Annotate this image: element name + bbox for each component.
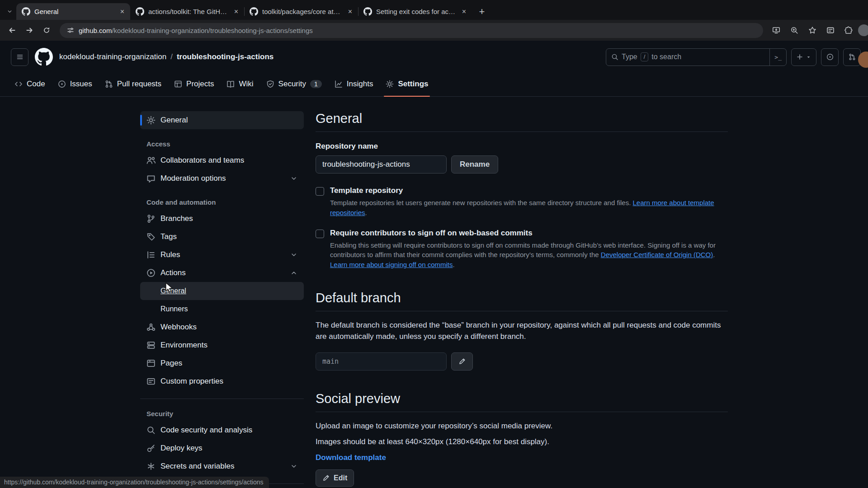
tab-wiki[interactable]: Wiki xyxy=(220,71,259,96)
side-panel-icon[interactable] xyxy=(823,23,838,38)
issues-header-button[interactable] xyxy=(821,48,839,66)
tab-search-chevron-icon[interactable] xyxy=(3,3,16,20)
sidebar-item-tags[interactable]: Tags xyxy=(140,228,304,246)
tab-title: actions/toolkit: The GitHub Tool xyxy=(148,8,228,15)
header-actions: Type / to search >_ xyxy=(606,48,861,66)
tab-close-icon[interactable]: × xyxy=(118,7,127,16)
graph-icon xyxy=(335,80,343,88)
zoom-icon[interactable] xyxy=(787,23,802,38)
rename-button[interactable]: Rename xyxy=(451,155,498,174)
tab-title: toolkit/packages/core at main xyxy=(262,8,342,15)
tab-pull-requests[interactable]: Pull requests xyxy=(99,71,168,96)
chevron-up-icon xyxy=(290,269,297,277)
note-icon xyxy=(146,377,156,386)
sidebar-item-custom-properties[interactable]: Custom properties xyxy=(140,372,304,390)
repository-name-row: Rename xyxy=(316,155,728,174)
url-host: github.com xyxy=(79,27,112,34)
repository-name-input[interactable] xyxy=(316,155,447,174)
sidebar-item-pages[interactable]: Pages xyxy=(140,354,304,372)
browser-tab-toolkit-core[interactable]: toolkit/packages/core at main × xyxy=(244,3,358,20)
sidebar-item-webhooks[interactable]: Webhooks xyxy=(140,318,304,336)
sidebar-subitem-actions-general[interactable]: General xyxy=(140,282,304,300)
github-logo-icon[interactable] xyxy=(35,48,53,66)
breadcrumb-org-link[interactable]: kodekloud-training-organization xyxy=(59,52,166,61)
edit-social-preview-button[interactable]: Edit xyxy=(316,469,354,487)
command-palette-icon[interactable]: >_ xyxy=(769,49,786,66)
reload-button[interactable] xyxy=(39,23,54,38)
sidebar-item-deploy-keys[interactable]: Deploy keys xyxy=(140,439,304,457)
sidebar-item-moderation-options[interactable]: Moderation options xyxy=(140,169,304,188)
key-icon xyxy=(146,444,156,453)
github-header: kodekloud-training-organization / troubl… xyxy=(0,41,868,71)
template-repository-text: Template repository Template repositorie… xyxy=(330,186,728,218)
browser-window-icon xyxy=(146,359,156,368)
search-placeholder-suffix: to search xyxy=(651,53,681,61)
sidebar-item-general[interactable]: General xyxy=(140,111,304,129)
sidebar-item-actions[interactable]: Actions xyxy=(140,264,304,282)
signoff-learn-more-link[interactable]: Learn more about signing off on commits xyxy=(330,261,453,268)
extensions-puzzle-icon[interactable] xyxy=(841,23,856,38)
sidebar-item-secrets-variables[interactable]: Secrets and variables xyxy=(140,457,304,475)
url-path: /kodekloud-training-organization/trouble… xyxy=(112,27,312,34)
people-icon xyxy=(146,156,156,165)
sidebar-item-code-security[interactable]: Code security and analysis xyxy=(140,421,304,439)
signoff-note: Enabling this setting will require contr… xyxy=(330,240,728,270)
tab-issues[interactable]: Issues xyxy=(52,71,99,96)
browser-tab-exit-codes[interactable]: Setting exit codes for actions - × xyxy=(358,3,472,20)
default-branch-input[interactable] xyxy=(316,352,447,371)
tab-security[interactable]: Security1 xyxy=(260,71,328,96)
tab-close-icon[interactable]: × xyxy=(232,7,241,16)
sidebar-item-collaborators[interactable]: Collaborators and teams xyxy=(140,151,304,169)
chevron-down-icon xyxy=(290,463,297,470)
browser-tab-actions-toolkit[interactable]: actions/toolkit: The GitHub Tool × xyxy=(130,3,244,20)
create-new-button[interactable] xyxy=(791,48,816,66)
sidebar-subitem-actions-runners[interactable]: Runners xyxy=(140,300,304,318)
dco-link[interactable]: Developer Certificate of Origin (DCO) xyxy=(601,251,713,258)
repository-name-label: Repository name xyxy=(316,142,728,151)
chevron-down-icon xyxy=(290,175,297,182)
global-search-input[interactable]: Type / to search >_ xyxy=(606,48,787,66)
tab-close-icon[interactable]: × xyxy=(460,7,468,16)
sidebar-item-label: Secrets and variables xyxy=(160,462,234,471)
install-app-icon[interactable] xyxy=(769,23,784,38)
signoff-checkbox[interactable] xyxy=(316,230,324,238)
back-button[interactable] xyxy=(5,23,20,38)
browser-tab-general[interactable]: General × xyxy=(16,3,130,20)
tab-code[interactable]: Code xyxy=(8,71,52,96)
server-icon xyxy=(146,341,156,350)
sidebar-item-label: Actions xyxy=(160,268,186,277)
breadcrumb-repo-link[interactable]: troubleshooting-js-actions xyxy=(177,52,274,61)
sidebar-item-rules[interactable]: Rules xyxy=(140,246,304,264)
gear-icon xyxy=(146,116,156,125)
tab-projects[interactable]: Projects xyxy=(168,71,220,96)
github-favicon-icon xyxy=(250,7,258,16)
site-settings-icon[interactable] xyxy=(67,27,74,34)
social-preview-title: Social preview xyxy=(316,391,728,412)
sidebar-item-label: Rules xyxy=(160,250,180,259)
bookmark-star-icon[interactable] xyxy=(805,23,820,38)
security-count-badge: 1 xyxy=(310,80,322,88)
sidebar-item-label: Code security and analysis xyxy=(160,426,252,435)
sidebar-item-label: Tags xyxy=(160,232,177,241)
tab-close-icon[interactable]: × xyxy=(346,7,354,16)
download-template-link[interactable]: Download template xyxy=(316,453,386,462)
forward-button[interactable] xyxy=(22,23,37,38)
tab-insights[interactable]: Insights xyxy=(328,71,380,96)
sidebar-item-environments[interactable]: Environments xyxy=(140,336,304,354)
browser-profile-avatar[interactable] xyxy=(858,24,868,36)
book-icon xyxy=(226,80,235,88)
tag-icon xyxy=(146,232,156,241)
gear-icon xyxy=(386,80,394,88)
template-repository-checkbox[interactable] xyxy=(316,187,324,196)
edit-default-branch-button[interactable] xyxy=(451,352,473,371)
new-tab-button[interactable]: + xyxy=(475,5,489,19)
rules-icon xyxy=(146,250,156,259)
edit-button-label: Edit xyxy=(334,474,347,482)
address-bar[interactable]: github.com/kodekloud-training-organizati… xyxy=(60,23,763,38)
global-menu-button[interactable] xyxy=(11,48,28,66)
tab-settings[interactable]: Settings xyxy=(379,71,434,96)
tab-title: Setting exit codes for actions - xyxy=(376,8,456,15)
sidebar-item-label: Collaborators and teams xyxy=(160,156,244,165)
sidebar-item-branches[interactable]: Branches xyxy=(140,210,304,228)
sidebar-section-security: Security xyxy=(140,410,304,418)
